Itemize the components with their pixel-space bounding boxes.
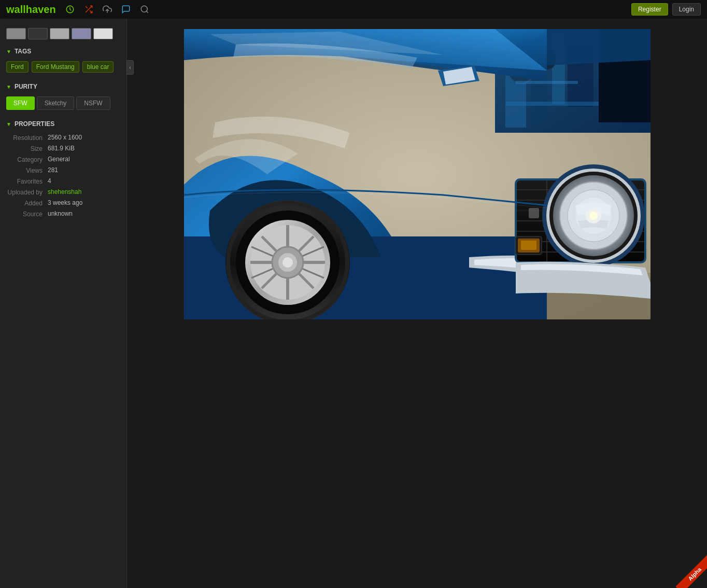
prop-views: Views 281 <box>6 166 120 174</box>
prop-category-label: Category <box>6 156 48 163</box>
search-icon[interactable] <box>139 4 150 15</box>
prop-category-value: General <box>48 156 70 163</box>
latest-icon[interactable] <box>64 4 76 15</box>
prop-source-label: Source <box>6 210 48 218</box>
prop-size-value: 681.9 KiB <box>48 145 75 152</box>
svg-line-6 <box>146 11 148 12</box>
sidebar: ‹ ▼ TAGS Ford Ford Mustang blue car ▼ PU… <box>0 19 127 588</box>
prop-resolution: Resolution 2560 x 1600 <box>6 134 120 142</box>
tag-blue-car[interactable]: blue car <box>82 61 114 73</box>
nav-icons <box>64 4 631 15</box>
prop-uploaded-by: Uploaded by shehenshah <box>6 188 120 196</box>
prop-source: Source unknown <box>6 210 120 218</box>
site-header: wallhaven <box>0 0 707 19</box>
main-content <box>127 19 707 588</box>
color-swatch-dark[interactable] <box>28 28 48 39</box>
tags-section-header[interactable]: ▼ TAGS <box>0 44 126 58</box>
prop-source-value: unknown <box>48 210 73 217</box>
logo-suffix: haven <box>26 4 56 15</box>
wallpaper-container <box>184 29 651 319</box>
color-swatch-gray[interactable] <box>6 28 26 39</box>
color-swatches-bar <box>0 24 126 44</box>
prop-size-label: Size <box>6 145 48 152</box>
login-button[interactable]: Login <box>672 3 701 16</box>
color-swatch-lightgray[interactable] <box>50 28 69 39</box>
prop-views-label: Views <box>6 166 48 174</box>
purity-section-label: PURITY <box>15 83 37 90</box>
purity-arrow-icon: ▼ <box>6 84 11 90</box>
svg-line-3 <box>86 6 88 8</box>
page-layout: ‹ ▼ TAGS Ford Ford Mustang blue car ▼ PU… <box>0 19 707 588</box>
prop-size: Size 681.9 KiB <box>6 145 120 152</box>
tags-section-label: TAGS <box>15 48 31 55</box>
register-button[interactable]: Register <box>631 3 668 16</box>
prop-resolution-label: Resolution <box>6 134 48 142</box>
site-logo[interactable]: wallhaven <box>6 4 56 16</box>
tag-ford[interactable]: Ford <box>6 61 29 73</box>
svg-point-39 <box>589 212 598 220</box>
logo-highlight: wall <box>6 4 26 15</box>
purity-section-header[interactable]: ▼ PURITY <box>0 79 126 93</box>
purity-area: SFW Sketchy NSFW <box>0 93 126 116</box>
svg-point-55 <box>282 257 293 268</box>
prop-uploader-value[interactable]: shehenshah <box>48 188 81 195</box>
properties-area: Resolution 2560 x 1600 Size 681.9 KiB Ca… <box>0 131 126 227</box>
prop-views-value: 281 <box>48 166 58 174</box>
prop-category: Category General <box>6 156 120 163</box>
prop-uploader-label: Uploaded by <box>6 188 48 196</box>
collapse-icon: ‹ <box>129 65 131 71</box>
upload-icon[interactable] <box>102 4 113 15</box>
wallpaper-image[interactable] <box>184 29 651 319</box>
svg-rect-42 <box>521 241 536 250</box>
prop-added-value: 3 weeks ago <box>48 199 82 206</box>
purity-sketchy-button[interactable]: Sketchy <box>37 96 75 110</box>
prop-favorites-value: 4 <box>48 177 51 185</box>
tags-area: Ford Ford Mustang blue car <box>0 58 126 79</box>
tags-arrow-icon: ▼ <box>6 49 11 54</box>
prop-resolution-value: 2560 x 1600 <box>48 134 82 141</box>
forum-icon[interactable] <box>120 4 132 15</box>
properties-arrow-icon: ▼ <box>6 121 11 127</box>
properties-section-label: PROPERTIES <box>15 120 54 128</box>
prop-favorites-label: Favorites <box>6 177 48 185</box>
svg-point-5 <box>141 6 147 12</box>
properties-section-header[interactable]: ▼ PROPERTIES <box>0 116 126 131</box>
prop-added: Added 3 weeks ago <box>6 199 120 207</box>
prop-added-label: Added <box>6 199 48 207</box>
tag-ford-mustang[interactable]: Ford Mustang <box>32 61 79 73</box>
purity-nsfw-button[interactable]: NSFW <box>76 96 110 110</box>
purity-sfw-button[interactable]: SFW <box>6 96 35 110</box>
color-swatch-white[interactable] <box>93 28 113 39</box>
svg-rect-57 <box>529 208 539 218</box>
svg-rect-18 <box>505 102 599 106</box>
random-icon[interactable] <box>83 4 94 15</box>
prop-favorites: Favorites 4 <box>6 177 120 185</box>
auth-buttons: Register Login <box>631 3 701 16</box>
sidebar-collapse-button[interactable]: ‹ <box>126 60 134 75</box>
svg-rect-19 <box>516 81 578 84</box>
color-swatch-bluegray[interactable] <box>72 28 91 39</box>
